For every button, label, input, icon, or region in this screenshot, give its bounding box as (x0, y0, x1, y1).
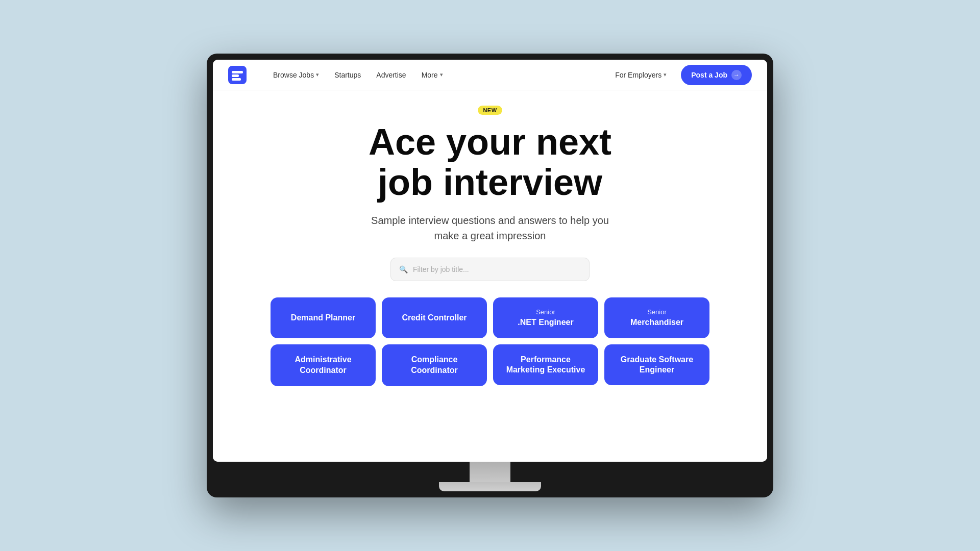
nav-startups[interactable]: Startups (328, 68, 367, 82)
post-job-arrow-icon: → (731, 70, 742, 80)
new-badge: NEW (478, 106, 502, 115)
monitor-screen: Browse Jobs ▾ Startups Advertise More ▾ … (213, 60, 767, 462)
svg-rect-3 (232, 78, 241, 81)
nav-right: For Employers ▾ Post a Job → (609, 65, 752, 85)
hero-title: Ace your next job interview (369, 122, 611, 203)
monitor-stand-base (439, 482, 541, 491)
post-job-button[interactable]: Post a Job → (681, 65, 752, 85)
nav-links: Browse Jobs ▾ Startups Advertise More ▾ (267, 68, 594, 82)
logo[interactable] (228, 66, 247, 84)
monitor: Browse Jobs ▾ Startups Advertise More ▾ … (207, 54, 773, 497)
search-icon: 🔍 (399, 265, 408, 273)
nav-advertise[interactable]: Advertise (370, 68, 412, 82)
main-content: NEW Ace your next job interview Sample i… (213, 90, 767, 462)
search-bar[interactable]: 🔍 Filter by job title... (390, 258, 590, 281)
job-card-credit-controller[interactable]: Credit Controller (382, 297, 487, 338)
job-card-graduate-software-engineer[interactable]: Graduate Software Engineer (604, 344, 709, 385)
browse-jobs-chevron-icon: ▾ (316, 71, 319, 78)
more-chevron-icon: ▾ (440, 71, 443, 78)
svg-rect-2 (232, 74, 239, 77)
job-card-senior-merchandiser[interactable]: Senior Merchandiser (604, 297, 709, 338)
monitor-stand-neck (470, 462, 510, 482)
navbar: Browse Jobs ▾ Startups Advertise More ▾ … (213, 60, 767, 90)
job-card-performance-marketing[interactable]: Performance Marketing Executive (493, 344, 598, 385)
job-card-demand-planner[interactable]: Demand Planner (271, 297, 376, 338)
nav-more[interactable]: More ▾ (415, 68, 449, 82)
for-employers-link[interactable]: For Employers ▾ (609, 68, 673, 82)
job-card-senior-net-engineer[interactable]: Senior .NET Engineer (493, 297, 598, 338)
for-employers-chevron-icon: ▾ (664, 71, 667, 78)
job-cards-grid: Demand Planner Credit Controller Senior … (271, 297, 709, 386)
job-card-compliance-coordinator[interactable]: Compliance Coordinator (382, 344, 487, 386)
search-input[interactable]: Filter by job title... (413, 265, 469, 273)
nav-browse-jobs[interactable]: Browse Jobs ▾ (267, 68, 325, 82)
svg-rect-1 (232, 71, 243, 73)
hero-subtitle: Sample interview questions and answers t… (368, 213, 612, 243)
job-card-administrative-coordinator[interactable]: Administrative Coordinator (271, 344, 376, 386)
